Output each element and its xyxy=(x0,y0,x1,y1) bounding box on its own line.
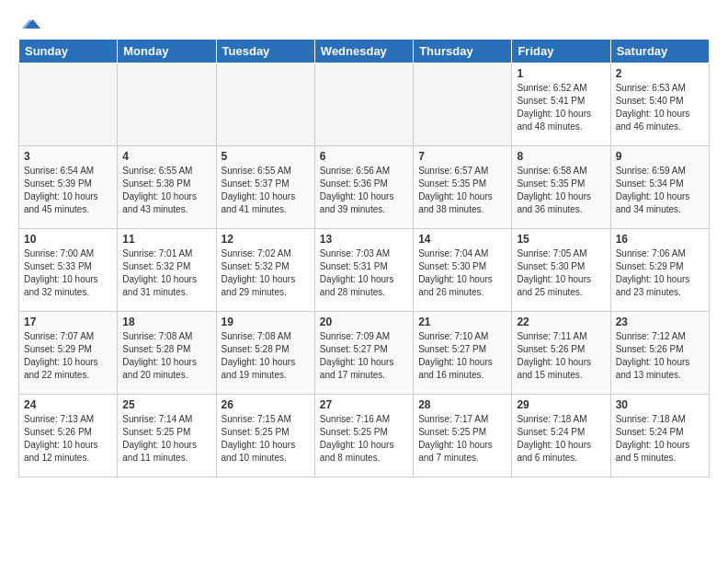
day-info: Sunrise: 7:13 AM Sunset: 5:26 PM Dayligh… xyxy=(24,413,112,465)
day-cell-34: 30Sunrise: 7:18 AM Sunset: 5:24 PM Dayli… xyxy=(610,395,709,477)
day-number: 10 xyxy=(24,233,112,246)
day-cell-13: 9Sunrise: 6:59 AM Sunset: 5:34 PM Daylig… xyxy=(610,146,709,229)
day-cell-20: 16Sunrise: 7:06 AM Sunset: 5:29 PM Dayli… xyxy=(610,229,709,312)
day-cell-19: 15Sunrise: 7:05 AM Sunset: 5:30 PM Dayli… xyxy=(512,229,610,312)
day-cell-7: 3Sunrise: 6:54 AM Sunset: 5:39 PM Daylig… xyxy=(19,146,118,229)
day-info: Sunrise: 7:18 AM Sunset: 5:24 PM Dayligh… xyxy=(616,413,704,465)
day-number: 26 xyxy=(222,398,310,411)
th-thursday: Thursday xyxy=(414,40,512,63)
day-cell-32: 28Sunrise: 7:17 AM Sunset: 5:25 PM Dayli… xyxy=(414,395,512,477)
weekday-header-row: Sunday Monday Tuesday Wednesday Thursday… xyxy=(19,40,710,63)
day-number: 18 xyxy=(122,316,210,328)
day-info: Sunrise: 6:55 AM Sunset: 5:38 PM Dayligh… xyxy=(122,165,210,216)
day-info: Sunrise: 7:03 AM Sunset: 5:31 PM Dayligh… xyxy=(320,247,408,299)
day-info: Sunrise: 6:58 AM Sunset: 5:35 PM Dayligh… xyxy=(517,165,605,216)
day-info: Sunrise: 6:54 AM Sunset: 5:39 PM Dayligh… xyxy=(24,165,112,216)
day-cell-24: 20Sunrise: 7:09 AM Sunset: 5:27 PM Dayli… xyxy=(314,312,413,395)
day-number: 23 xyxy=(616,316,704,328)
day-cell-0 xyxy=(19,63,118,146)
day-cell-25: 21Sunrise: 7:10 AM Sunset: 5:27 PM Dayli… xyxy=(414,312,512,395)
week-row-2: 3Sunrise: 6:54 AM Sunset: 5:39 PM Daylig… xyxy=(19,146,710,229)
day-cell-10: 6Sunrise: 6:56 AM Sunset: 5:36 PM Daylig… xyxy=(314,146,413,229)
th-tuesday: Tuesday xyxy=(216,40,314,63)
day-number: 21 xyxy=(418,316,506,328)
day-number: 27 xyxy=(320,398,408,411)
day-info: Sunrise: 7:10 AM Sunset: 5:27 PM Dayligh… xyxy=(418,330,506,382)
day-cell-28: 24Sunrise: 7:13 AM Sunset: 5:26 PM Dayli… xyxy=(19,395,118,477)
day-info: Sunrise: 7:16 AM Sunset: 5:25 PM Dayligh… xyxy=(320,413,408,465)
logo-text xyxy=(18,15,40,33)
day-number: 6 xyxy=(320,150,408,163)
day-cell-31: 27Sunrise: 7:16 AM Sunset: 5:25 PM Dayli… xyxy=(314,395,413,477)
day-number: 1 xyxy=(517,67,605,80)
day-info: Sunrise: 7:00 AM Sunset: 5:33 PM Dayligh… xyxy=(24,247,112,299)
day-info: Sunrise: 7:15 AM Sunset: 5:25 PM Dayligh… xyxy=(222,413,310,465)
week-row-4: 17Sunrise: 7:07 AM Sunset: 5:29 PM Dayli… xyxy=(19,312,710,395)
page: Sunday Monday Tuesday Wednesday Thursday… xyxy=(0,0,728,487)
week-row-5: 24Sunrise: 7:13 AM Sunset: 5:26 PM Dayli… xyxy=(19,395,710,477)
day-cell-23: 19Sunrise: 7:08 AM Sunset: 5:28 PM Dayli… xyxy=(216,312,314,395)
day-cell-6: 2Sunrise: 6:53 AM Sunset: 5:40 PM Daylig… xyxy=(610,63,709,146)
day-info: Sunrise: 6:52 AM Sunset: 5:41 PM Dayligh… xyxy=(517,82,605,133)
day-number: 15 xyxy=(517,233,605,246)
day-info: Sunrise: 6:56 AM Sunset: 5:36 PM Dayligh… xyxy=(320,165,408,216)
day-info: Sunrise: 7:17 AM Sunset: 5:25 PM Dayligh… xyxy=(418,413,506,465)
day-cell-3 xyxy=(314,63,413,146)
day-number: 11 xyxy=(122,233,210,246)
day-cell-2 xyxy=(216,63,314,146)
day-cell-11: 7Sunrise: 6:57 AM Sunset: 5:35 PM Daylig… xyxy=(414,146,512,229)
day-cell-4 xyxy=(414,63,512,146)
day-number: 5 xyxy=(222,150,310,163)
day-number: 28 xyxy=(418,398,506,411)
th-saturday: Saturday xyxy=(610,40,709,63)
day-number: 4 xyxy=(122,150,210,163)
day-info: Sunrise: 6:57 AM Sunset: 5:35 PM Dayligh… xyxy=(418,165,506,216)
day-info: Sunrise: 7:01 AM Sunset: 5:32 PM Dayligh… xyxy=(122,247,210,299)
day-cell-21: 17Sunrise: 7:07 AM Sunset: 5:29 PM Dayli… xyxy=(19,312,118,395)
logo xyxy=(18,15,40,29)
day-number: 25 xyxy=(122,398,210,411)
day-info: Sunrise: 6:55 AM Sunset: 5:37 PM Dayligh… xyxy=(222,165,310,216)
day-info: Sunrise: 7:06 AM Sunset: 5:29 PM Dayligh… xyxy=(616,247,704,299)
day-info: Sunrise: 7:18 AM Sunset: 5:24 PM Dayligh… xyxy=(517,413,605,465)
day-cell-18: 14Sunrise: 7:04 AM Sunset: 5:30 PM Dayli… xyxy=(414,229,512,312)
day-info: Sunrise: 7:07 AM Sunset: 5:29 PM Dayligh… xyxy=(24,330,112,382)
day-number: 2 xyxy=(616,67,704,80)
day-number: 29 xyxy=(517,398,605,411)
day-cell-9: 5Sunrise: 6:55 AM Sunset: 5:37 PM Daylig… xyxy=(216,146,314,229)
day-cell-26: 22Sunrise: 7:11 AM Sunset: 5:26 PM Dayli… xyxy=(512,312,610,395)
day-cell-15: 11Sunrise: 7:01 AM Sunset: 5:32 PM Dayli… xyxy=(118,229,216,312)
day-number: 9 xyxy=(616,150,704,163)
day-cell-33: 29Sunrise: 7:18 AM Sunset: 5:24 PM Dayli… xyxy=(512,395,610,477)
day-number: 7 xyxy=(418,150,506,163)
day-info: Sunrise: 7:14 AM Sunset: 5:25 PM Dayligh… xyxy=(122,413,210,465)
day-info: Sunrise: 7:05 AM Sunset: 5:30 PM Dayligh… xyxy=(517,247,605,299)
day-info: Sunrise: 7:11 AM Sunset: 5:26 PM Dayligh… xyxy=(517,330,605,382)
day-number: 12 xyxy=(222,233,310,246)
day-info: Sunrise: 7:08 AM Sunset: 5:28 PM Dayligh… xyxy=(122,330,210,382)
day-number: 22 xyxy=(517,316,605,328)
day-cell-16: 12Sunrise: 7:02 AM Sunset: 5:32 PM Dayli… xyxy=(216,229,314,312)
day-number: 8 xyxy=(517,150,605,163)
week-row-3: 10Sunrise: 7:00 AM Sunset: 5:33 PM Dayli… xyxy=(19,229,710,312)
week-row-1: 1Sunrise: 6:52 AM Sunset: 5:41 PM Daylig… xyxy=(19,63,710,146)
calendar-table: Sunday Monday Tuesday Wednesday Thursday… xyxy=(18,39,710,477)
day-cell-5: 1Sunrise: 6:52 AM Sunset: 5:41 PM Daylig… xyxy=(512,63,610,146)
day-cell-12: 8Sunrise: 6:58 AM Sunset: 5:35 PM Daylig… xyxy=(512,146,610,229)
day-number: 16 xyxy=(616,233,704,246)
day-cell-30: 26Sunrise: 7:15 AM Sunset: 5:25 PM Dayli… xyxy=(216,395,314,477)
day-cell-14: 10Sunrise: 7:00 AM Sunset: 5:33 PM Dayli… xyxy=(19,229,118,312)
day-info: Sunrise: 7:09 AM Sunset: 5:27 PM Dayligh… xyxy=(320,330,408,382)
day-cell-1 xyxy=(118,63,216,146)
day-info: Sunrise: 6:59 AM Sunset: 5:34 PM Dayligh… xyxy=(616,165,704,216)
day-info: Sunrise: 6:53 AM Sunset: 5:40 PM Dayligh… xyxy=(616,82,704,133)
day-number: 3 xyxy=(24,150,112,163)
th-friday: Friday xyxy=(512,40,610,63)
day-info: Sunrise: 7:04 AM Sunset: 5:30 PM Dayligh… xyxy=(418,247,506,299)
day-cell-8: 4Sunrise: 6:55 AM Sunset: 5:38 PM Daylig… xyxy=(118,146,216,229)
day-cell-17: 13Sunrise: 7:03 AM Sunset: 5:31 PM Dayli… xyxy=(314,229,413,312)
day-info: Sunrise: 7:12 AM Sunset: 5:26 PM Dayligh… xyxy=(616,330,704,382)
th-sunday: Sunday xyxy=(19,40,118,63)
day-cell-22: 18Sunrise: 7:08 AM Sunset: 5:28 PM Dayli… xyxy=(118,312,216,395)
day-cell-27: 23Sunrise: 7:12 AM Sunset: 5:26 PM Dayli… xyxy=(610,312,709,395)
